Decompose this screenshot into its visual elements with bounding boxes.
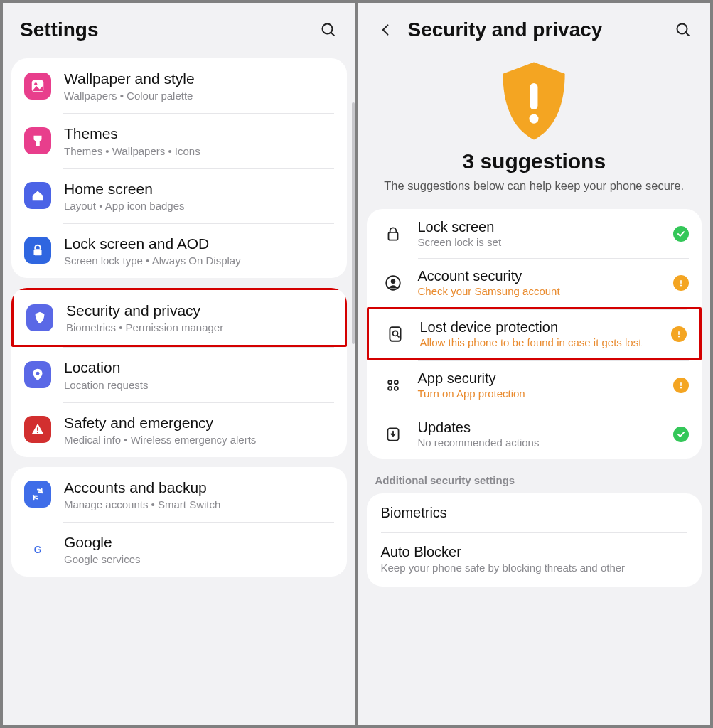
themes-icon [24, 127, 51, 154]
row-title: Safety and emergency [64, 414, 334, 432]
svg-point-25 [394, 380, 397, 384]
row-subtitle: Layout • App icon badges [64, 200, 334, 212]
settings-row-wallpaper-and-style[interactable]: Wallpaper and style Wallpapers • Colour … [11, 58, 347, 113]
extra-row-biometrics[interactable]: Biometrics [367, 493, 702, 532]
search-icon [320, 21, 337, 38]
settings-group: Security and privacy Biometrics • Permis… [11, 288, 347, 457]
status-title: Lock screen [418, 219, 667, 235]
section-label: Additional security settings [358, 469, 711, 493]
row-subtitle: Wallpapers • Colour palette [64, 90, 334, 102]
status-texts: Account security Check your Samsung acco… [418, 268, 667, 297]
row-title: Accounts and backup [64, 478, 334, 497]
svg-point-26 [388, 387, 392, 390]
page-title: Settings [20, 18, 318, 41]
status-texts: App security Turn on App protection [418, 370, 667, 400]
extra-row-auto-blocker[interactable]: Auto Blocker Keep your phone safe by blo… [367, 532, 702, 587]
status-texts: Lost device protection Allow this phone … [420, 319, 665, 348]
row-title: Security and privacy [66, 301, 332, 320]
status-subtitle: Allow this phone to be found in case it … [420, 336, 665, 348]
extra-title: Biometrics [381, 505, 688, 521]
shield-icon [26, 304, 53, 331]
chevron-left-icon [379, 23, 393, 37]
svg-point-29 [680, 387, 682, 388]
row-title: Home screen [64, 180, 334, 198]
row-title: Location [64, 358, 334, 377]
row-subtitle: Manage accounts • Smart Switch [64, 498, 334, 510]
svg-rect-6 [37, 427, 38, 431]
settings-row-lock-screen-and-aod[interactable]: Lock screen and AOD Screen lock type • A… [11, 223, 347, 278]
status-title: App security [418, 370, 667, 387]
svg-rect-4 [34, 250, 42, 256]
status-row-account-security[interactable]: Account security Check your Samsung acco… [367, 258, 702, 307]
settings-group: Accounts and backup Manage accounts • Sm… [11, 467, 347, 577]
svg-line-1 [331, 33, 334, 36]
svg-point-18 [680, 284, 682, 286]
row-texts: Wallpaper and style Wallpapers • Colour … [64, 70, 334, 102]
sync-icon [24, 481, 51, 508]
extra-subtitle: Keep your phone safe by blocking threats… [381, 562, 688, 575]
back-button[interactable] [375, 19, 397, 41]
status-texts: Updates No recommended actions [418, 419, 667, 449]
svg-point-24 [388, 380, 392, 384]
settings-row-location[interactable]: Location Location requests [11, 347, 347, 402]
row-texts: Location Location requests [64, 358, 334, 390]
row-subtitle: Location requests [64, 379, 334, 391]
apps-icon [382, 375, 404, 396]
settings-row-safety-and-emergency[interactable]: Safety and emergency Medical info • Wire… [11, 402, 347, 457]
svg-rect-19 [390, 327, 400, 341]
svg-rect-12 [530, 83, 538, 109]
svg-rect-22 [678, 331, 680, 335]
hero-title: 3 suggestions [462, 149, 606, 173]
settings-row-accounts-and-backup[interactable]: Accounts and backup Manage accounts • Sm… [11, 467, 347, 522]
settings-row-security-and-privacy[interactable]: Security and privacy Biometrics • Permis… [11, 288, 347, 347]
row-subtitle: Themes • Wallpapers • Icons [64, 145, 334, 157]
status-indicator-orange [673, 378, 689, 393]
status-subtitle: Check your Samsung account [418, 285, 667, 297]
svg-line-11 [686, 33, 690, 36]
settings-row-google[interactable]: G Google Google services [11, 522, 347, 577]
updates-icon [382, 424, 404, 445]
settings-row-home-screen[interactable]: Home screen Layout • App icon badges [11, 168, 347, 223]
row-title: Google [64, 533, 334, 552]
account-icon [382, 272, 404, 294]
status-title: Account security [418, 268, 667, 284]
settings-header: Settings [3, 3, 355, 58]
row-texts: Lock screen and AOD Screen lock type • A… [64, 235, 334, 267]
status-row-lock-screen[interactable]: Lock screen Screen lock is set [367, 209, 702, 258]
status-subtitle: No recommended actions [418, 437, 667, 449]
row-title: Themes [64, 124, 334, 143]
row-title: Lock screen and AOD [64, 235, 334, 253]
row-subtitle: Biometrics • Permission manager [66, 321, 332, 333]
extra-title: Auto Blocker [381, 544, 688, 560]
settings-row-themes[interactable]: Themes Themes • Wallpapers • Icons [11, 113, 347, 168]
settings-group: Wallpaper and style Wallpapers • Colour … [11, 58, 347, 278]
security-header: Security and privacy [358, 3, 711, 58]
hero-subtitle: The suggestions below can help keep your… [384, 178, 684, 193]
additional-settings-card: Biometrics Auto Blocker Keep your phone … [367, 493, 702, 587]
status-indicator-orange [673, 275, 689, 291]
svg-rect-17 [680, 280, 682, 284]
security-screen: Security and privacy 3 suggestions The s… [358, 3, 711, 725]
svg-point-16 [390, 279, 395, 284]
search-button[interactable] [673, 20, 693, 40]
location-icon [24, 361, 51, 388]
settings-screen: Settings Wallpaper and style Wallpapers … [3, 3, 355, 725]
status-subtitle: Turn on App protection [418, 387, 667, 400]
svg-point-13 [530, 114, 539, 124]
status-row-app-security[interactable]: App security Turn on App protection [367, 360, 702, 410]
row-texts: Security and privacy Biometrics • Permis… [66, 301, 332, 333]
wallpaper-icon [24, 73, 51, 100]
row-title: Wallpaper and style [64, 70, 334, 88]
search-button[interactable] [318, 20, 338, 40]
status-title: Updates [418, 419, 667, 436]
svg-point-3 [34, 82, 37, 85]
lock-icon [24, 237, 51, 264]
status-row-lost-device-protection[interactable]: Lost device protection Allow this phone … [367, 307, 702, 360]
home-icon [24, 182, 51, 209]
status-indicator-green [673, 427, 689, 442]
row-subtitle: Screen lock type • Always On Display [64, 255, 334, 267]
status-row-updates[interactable]: Updates No recommended actions [367, 410, 702, 459]
svg-point-5 [36, 372, 40, 375]
scrollbar[interactable] [352, 102, 355, 344]
page-title: Security and privacy [408, 18, 674, 41]
